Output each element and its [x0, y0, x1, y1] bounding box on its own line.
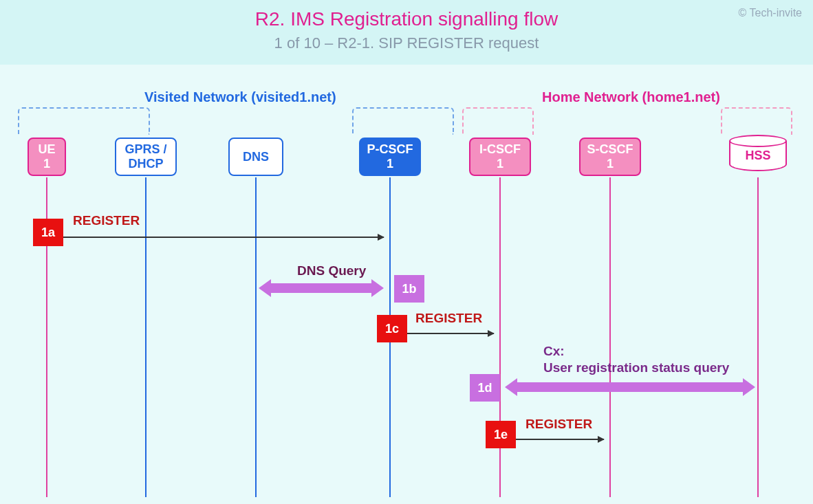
- node-scscf-line2: 1: [607, 157, 614, 171]
- visited-bracket-left: [18, 107, 150, 135]
- lifeline-dns: [255, 177, 257, 497]
- arrow-1d: [516, 382, 744, 392]
- node-pcscf: P-CSCF 1: [359, 138, 421, 176]
- visited-network-label: Visited Network (visited1.net): [144, 89, 336, 105]
- node-dns: DNS: [228, 138, 283, 176]
- arrow-1c: [407, 333, 494, 334]
- step-1d-box: 1d: [470, 374, 500, 402]
- step-1c-label: REGISTER: [415, 311, 482, 326]
- arrow-1a: [63, 237, 384, 238]
- node-hss: HSS: [729, 135, 787, 171]
- step-1c-box: 1c: [377, 315, 407, 342]
- step-1d-label2: User registration status query: [543, 360, 729, 375]
- home-bracket-left: [462, 107, 534, 135]
- sequence-diagram: Visited Network (visited1.net) Home Netw…: [0, 69, 813, 504]
- step-1b-label: DNS Query: [297, 263, 366, 278]
- step-1a-label: REGISTER: [73, 213, 140, 228]
- node-icscf-line2: 1: [497, 157, 503, 171]
- node-ue-line1: UE: [38, 142, 55, 157]
- lifeline-gprs: [145, 177, 147, 497]
- home-bracket-right: [721, 107, 792, 135]
- hss-cylinder-top: [729, 135, 787, 147]
- arrow-1b: [270, 283, 373, 293]
- node-dns-label: DNS: [243, 150, 269, 164]
- node-scscf: S-CSCF 1: [579, 138, 641, 176]
- node-ue-line2: 1: [43, 157, 50, 171]
- step-1e-label: REGISTER: [525, 417, 592, 432]
- home-network-label: Home Network (home1.net): [542, 89, 720, 105]
- step-1a-box: 1a: [33, 219, 63, 246]
- diagram-subtitle: 1 of 10 – R2-1. SIP REGISTER request: [0, 34, 813, 52]
- step-1d-label1: Cx:: [543, 344, 565, 359]
- diagram-title: R2. IMS Registration signalling flow: [0, 8, 813, 30]
- node-icscf-line1: I-CSCF: [479, 142, 521, 157]
- node-pcscf-line2: 1: [387, 157, 393, 171]
- node-icscf: I-CSCF 1: [469, 138, 531, 176]
- lifeline-hss: [757, 177, 759, 497]
- node-pcscf-line1: P-CSCF: [367, 142, 413, 157]
- node-scscf-line1: S-CSCF: [587, 142, 633, 157]
- node-gprs-dhcp: GPRS / DHCP: [115, 138, 177, 176]
- step-1b-box: 1b: [394, 275, 424, 303]
- lifeline-scscf: [609, 177, 611, 497]
- node-gprs-line1: GPRS /: [124, 142, 166, 157]
- node-hss-label: HSS: [745, 149, 770, 163]
- step-1e-box: 1e: [486, 421, 516, 448]
- arrow-1e: [516, 439, 604, 440]
- copyright-text: © Tech-invite: [739, 7, 802, 19]
- node-gprs-line2: DHCP: [128, 157, 163, 171]
- visited-bracket-right: [352, 107, 454, 135]
- node-ue: UE 1: [28, 138, 66, 176]
- diagram-header: R2. IMS Registration signalling flow 1 o…: [0, 0, 813, 65]
- lifeline-icscf: [499, 177, 501, 497]
